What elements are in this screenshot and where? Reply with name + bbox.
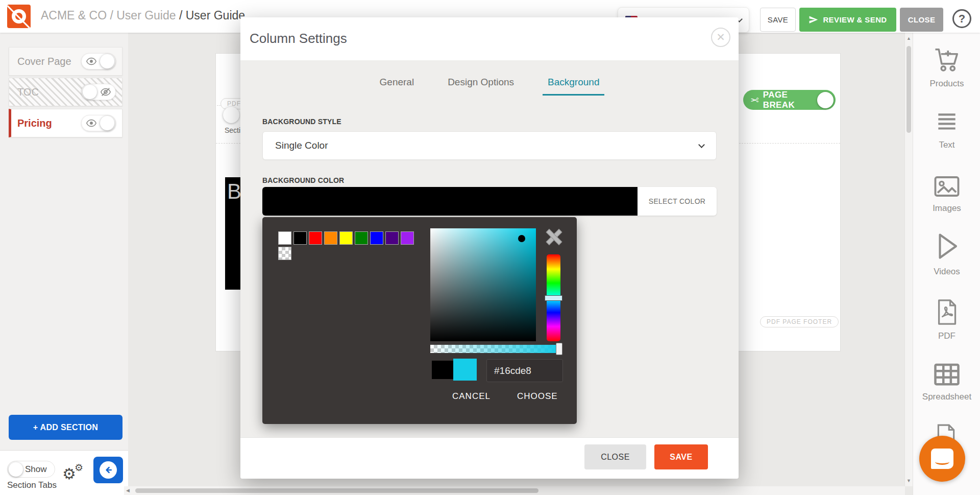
saturation-value-square[interactable] (430, 228, 536, 341)
background-color-bar: SELECT COLOR (262, 187, 717, 216)
add-section-button[interactable]: + ADD SECTION (9, 415, 122, 440)
spreadsheet-grid-icon (933, 362, 961, 387)
sidebar-item-label: Videos (934, 267, 960, 277)
scissors-icon: ✂ (750, 94, 759, 106)
logo-ring (12, 9, 26, 23)
chevron-down-icon (698, 142, 705, 148)
scroll-up-arrow[interactable]: ▲ (906, 36, 911, 41)
eye-slash-icon (97, 86, 114, 98)
modal-close-icon[interactable]: ✕ (711, 28, 730, 47)
content-blocks-sidebar: Products Text Images Videos PDF Spreadsh… (913, 33, 980, 495)
scroll-left-arrow[interactable]: ◀ (126, 488, 130, 493)
swatch-purple[interactable] (401, 231, 414, 245)
modal-title: Column Settings (250, 31, 347, 46)
swatch-green[interactable] (355, 231, 368, 245)
picker-cancel-button[interactable]: CANCEL (452, 391, 491, 402)
background-style-value: Single Color (275, 140, 328, 151)
section-toggle-knob[interactable] (223, 107, 239, 123)
toggle-knob (100, 54, 114, 68)
swatch-orange[interactable] (324, 231, 337, 245)
swatch-white[interactable] (278, 231, 291, 245)
modal-close-button[interactable]: CLOSE (584, 444, 646, 469)
sidebar-item-images[interactable]: Images (913, 175, 980, 214)
alpha-slider[interactable] (430, 345, 559, 353)
new-color-preview (453, 359, 477, 381)
image-icon (933, 175, 961, 198)
vertical-scroll-thumb[interactable] (906, 46, 911, 133)
text-lines-icon (934, 109, 960, 135)
section-tabs-label: Section Tabs (7, 480, 57, 490)
toggle-knob (9, 462, 23, 477)
toc-visibility-toggle[interactable] (81, 84, 116, 100)
column-settings-modal: Column Settings ✕ General Design Options… (240, 17, 739, 479)
horizontal-scroll-thumb[interactable] (135, 488, 538, 493)
breadcrumb[interactable]: ACME & CO / User Guide / User Guide (41, 9, 245, 22)
previous-color-preview (432, 361, 453, 379)
tab-design-options[interactable]: Design Options (443, 74, 519, 96)
modal-footer: CLOSE SAVE (240, 437, 739, 479)
alpha-slider-handle[interactable] (556, 343, 562, 355)
hue-slider[interactable] (547, 254, 560, 341)
close-document-button[interactable]: CLOSE (900, 8, 943, 32)
sv-cursor-dot[interactable] (518, 235, 525, 242)
sidebar-item-label: Text (939, 140, 954, 150)
modal-header: Column Settings ✕ (240, 17, 739, 60)
color-picker-panel: CANCEL CHOOSE (262, 217, 577, 424)
sidebar-footer: Show Section Tabs ⚙ ⚙ (0, 450, 128, 495)
collapse-sidebar-button[interactable] (93, 457, 123, 483)
pdf-page-footer-pill: PDF PAGE FOOTER (760, 316, 839, 327)
swatch-grid (278, 231, 421, 260)
help-icon[interactable]: ? (952, 9, 971, 28)
paper-plane-icon (808, 15, 818, 25)
toggle-knob (100, 116, 114, 130)
select-color-button[interactable]: SELECT COLOR (638, 187, 717, 216)
hue-slider-handle[interactable] (545, 295, 562, 301)
swatch-black[interactable] (293, 231, 307, 245)
page-break-toggle[interactable]: ✂ PAGE BREAK (743, 90, 836, 110)
horizontal-scrollbar[interactable]: ◀ (124, 486, 905, 495)
chat-support-button[interactable] (919, 436, 965, 482)
background-color-label: BACKGROUND COLOR (262, 176, 344, 184)
tab-background[interactable]: Background (543, 74, 604, 96)
sidebar-item-spreadsheet[interactable]: Spreadsheet (913, 362, 980, 402)
review-send-button[interactable]: REVIEW & SEND (799, 8, 896, 32)
scroll-down-arrow[interactable]: ▼ (906, 478, 911, 483)
hex-color-input[interactable] (486, 359, 563, 382)
sidebar-item-toc[interactable]: TOC (9, 78, 122, 106)
pricing-visibility-toggle[interactable] (81, 115, 116, 131)
breadcrumb-muted: ACME & CO / User Guide (41, 9, 176, 22)
cart-plus-icon (933, 46, 961, 74)
section-label: Cover Page (17, 56, 81, 67)
sidebar-item-pdf[interactable]: PDF (913, 298, 980, 341)
picker-choose-button[interactable]: CHOOSE (517, 391, 558, 402)
save-button[interactable]: SAVE (760, 8, 796, 32)
current-color-swatch (262, 187, 638, 216)
clear-color-icon[interactable] (546, 229, 561, 244)
section-tabs-toggle[interactable]: Show (7, 461, 55, 478)
sidebar-item-pricing[interactable]: Pricing (9, 109, 122, 137)
modal-save-button[interactable]: SAVE (654, 444, 708, 469)
vertical-scrollbar[interactable]: ▲ ▼ (904, 33, 913, 486)
swatch-indigo[interactable] (385, 231, 399, 245)
tab-general[interactable]: General (375, 74, 420, 96)
sidebar-item-products[interactable]: Products (913, 46, 980, 89)
eye-icon (83, 56, 100, 67)
sidebar-item-videos[interactable]: Videos (913, 231, 980, 277)
sidebar-item-cover-page[interactable]: Cover Page (9, 47, 122, 76)
app-logo[interactable] (7, 5, 31, 28)
swatch-yellow[interactable] (339, 231, 353, 245)
settings-gears-icon[interactable]: ⚙ ⚙ (62, 462, 86, 483)
toggle-knob (817, 92, 834, 108)
sidebar-item-label: Products (929, 79, 964, 89)
modal-tabs: General Design Options Background (240, 74, 739, 96)
sidebar-item-label: Images (933, 203, 961, 214)
swatch-blue[interactable] (370, 231, 383, 245)
play-icon (933, 231, 961, 262)
chat-bubble-icon (931, 449, 953, 469)
sidebar-item-label: PDF (938, 331, 955, 341)
background-style-select[interactable]: Single Color (262, 131, 717, 160)
cover-page-visibility-toggle[interactable] (81, 53, 116, 69)
swatch-transparent[interactable] (278, 247, 291, 260)
sidebar-item-text[interactable]: Text (913, 109, 980, 150)
swatch-red[interactable] (309, 231, 322, 245)
